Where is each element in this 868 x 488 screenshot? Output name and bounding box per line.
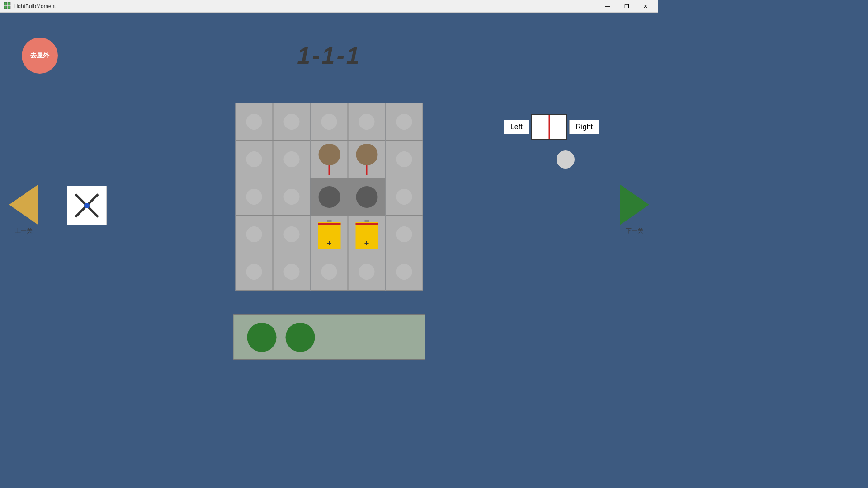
cell-4-2[interactable] — [311, 253, 348, 291]
titlebar: LightBulbMoment — ❐ ✕ — [0, 0, 658, 13]
go-outside-button[interactable]: 去屋外 — [22, 38, 58, 74]
battery-stripe-1 — [318, 223, 340, 225]
green-ball-2 — [286, 323, 315, 352]
next-level-button[interactable]: 下一关 — [620, 184, 649, 235]
next-level-label: 下一关 — [626, 227, 643, 235]
cell-0-0[interactable] — [236, 103, 273, 141]
grid-cells: + + — [236, 103, 423, 291]
cell-2-0[interactable] — [236, 178, 273, 216]
minimize-button[interactable]: — — [599, 0, 617, 13]
bulb-tan-2 — [356, 144, 377, 165]
restore-button[interactable]: ❐ — [618, 0, 636, 13]
cell-4-4[interactable] — [386, 253, 423, 291]
app-icon — [4, 2, 11, 10]
bulb-dark-2 — [356, 186, 377, 208]
cell-4-3[interactable] — [348, 253, 386, 291]
cell-2-3[interactable] — [348, 178, 386, 216]
svg-rect-3 — [8, 6, 10, 9]
cell-3-0[interactable] — [236, 216, 273, 253]
cell-0-4[interactable] — [386, 103, 423, 141]
svg-point-6 — [84, 203, 90, 208]
cell-1-0[interactable] — [236, 141, 273, 178]
prev-triangle-icon — [9, 184, 38, 225]
cell-2-2[interactable] — [311, 178, 348, 216]
svg-rect-2 — [4, 6, 7, 9]
bulb-stem-2 — [366, 165, 368, 175]
battery-plus-2: + — [364, 239, 369, 248]
cell-0-1[interactable] — [273, 103, 311, 141]
cell-0-3[interactable] — [348, 103, 386, 141]
toggle-panel: Left Right — [504, 114, 599, 140]
next-triangle-icon — [620, 184, 649, 225]
cell-0-2[interactable] — [311, 103, 348, 141]
cell-4-1[interactable] — [273, 253, 311, 291]
right-button[interactable]: Right — [569, 120, 599, 134]
cell-1-4[interactable] — [386, 141, 423, 178]
battery-stripe-2 — [355, 223, 378, 225]
svg-rect-1 — [8, 2, 10, 5]
cell-2-4[interactable] — [386, 178, 423, 216]
green-ball-1 — [247, 323, 277, 352]
cell-3-2[interactable]: + — [311, 216, 348, 253]
bulb-stem-1 — [329, 165, 330, 175]
app-title: LightBulbMoment — [14, 3, 56, 9]
window-controls: — ❐ ✕ — [599, 0, 655, 13]
cell-1-1[interactable] — [273, 141, 311, 178]
cell-3-3[interactable]: + — [348, 216, 386, 253]
prev-level-button[interactable]: 上一关 — [9, 184, 38, 235]
cell-1-3[interactable] — [348, 141, 386, 178]
toggle-knob[interactable] — [557, 150, 575, 169]
battery-1: + — [318, 222, 340, 249]
cell-2-1[interactable] — [273, 178, 311, 216]
cancel-button[interactable] — [67, 186, 107, 225]
prev-level-label: 上一关 — [15, 227, 33, 235]
game-grid: + + — [236, 103, 423, 291]
bulb-tan-1 — [318, 144, 340, 165]
cell-3-1[interactable] — [273, 216, 311, 253]
close-button[interactable]: ✕ — [637, 0, 655, 13]
toggle-line-icon — [548, 115, 550, 139]
battery-2: + — [355, 222, 378, 249]
toggle-slider[interactable] — [531, 114, 567, 140]
level-title: 1-1-1 — [297, 42, 361, 69]
main-area: 去屋外 1-1-1 上一关 — [0, 13, 658, 369]
cell-3-4[interactable] — [386, 216, 423, 253]
x-icon — [73, 192, 100, 219]
cell-1-2[interactable] — [311, 141, 348, 178]
left-button[interactable]: Left — [504, 120, 529, 134]
battery-plus-1: + — [327, 239, 332, 248]
svg-rect-0 — [4, 2, 7, 5]
cell-4-0[interactable] — [236, 253, 273, 291]
bulb-dark-1 — [318, 186, 340, 208]
bottom-panel — [233, 314, 425, 360]
